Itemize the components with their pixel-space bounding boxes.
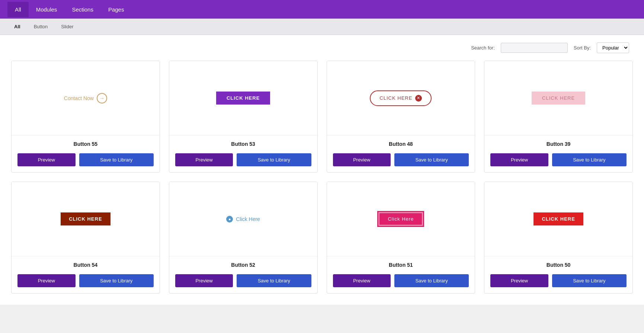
button-text: CLICK HERE xyxy=(379,95,412,101)
preview-button[interactable]: Contact Now → xyxy=(64,93,107,103)
card-item: CLICK HERE ✕ Button 48 Preview Save to L… xyxy=(327,61,475,173)
card-item: Click HereButton 51 Preview Save to Libr… xyxy=(327,182,475,294)
search-input[interactable] xyxy=(501,43,568,53)
preview-button[interactable]: Preview xyxy=(17,153,76,166)
card-item: ● Click Here Button 52 Preview Save to L… xyxy=(169,182,318,294)
sort-select[interactable]: Popular Newest xyxy=(597,42,629,53)
save-to-library-button[interactable]: Save to Library xyxy=(552,274,627,287)
preview-button[interactable]: Preview xyxy=(175,153,233,166)
card-info: Button 39 xyxy=(484,135,632,150)
search-label: Search for: xyxy=(471,45,495,51)
card-item: Contact Now → Button 55 Preview Save to … xyxy=(11,61,160,173)
search-bar: Search for: Sort By: Popular Newest xyxy=(0,35,644,61)
card-title: Button 53 xyxy=(231,141,255,147)
preview-button[interactable]: CLICK HERE xyxy=(216,92,270,105)
card-preview-area: CLICK HERE ✕ xyxy=(327,61,475,135)
card-actions: Preview Save to Library xyxy=(12,150,160,172)
card-preview-area: Click Here xyxy=(327,182,475,256)
card-grid: Contact Now → Button 55 Preview Save to … xyxy=(0,61,644,305)
card-item: CLICK HEREButton 50 Preview Save to Libr… xyxy=(484,182,633,294)
card-title: Button 50 xyxy=(547,262,571,268)
card-info: Button 52 xyxy=(169,256,317,270)
card-actions: Preview Save to Library xyxy=(12,270,160,293)
card-preview-area: CLICK HERE xyxy=(484,182,632,256)
preview-button[interactable]: ● Click Here xyxy=(226,216,260,222)
arrow-circle-icon: → xyxy=(97,93,107,103)
sub-item-button[interactable]: Button xyxy=(27,20,55,33)
preview-button[interactable]: Preview xyxy=(490,274,548,287)
preview-button[interactable]: Preview xyxy=(490,153,548,166)
save-to-library-button[interactable]: Save to Library xyxy=(552,153,627,166)
preview-button[interactable]: Preview xyxy=(333,153,391,166)
card-title: Button 48 xyxy=(389,141,413,147)
dot-icon: ✕ xyxy=(415,95,422,102)
card-title: Button 39 xyxy=(547,141,571,147)
nav-item-pages[interactable]: Pages xyxy=(101,2,132,17)
preview-button[interactable]: Click Here xyxy=(378,212,423,226)
top-navigation: All Modules Sections Pages xyxy=(0,0,644,19)
card-item: CLICK HEREButton 53 Preview Save to Libr… xyxy=(169,61,318,173)
save-to-library-button[interactable]: Save to Library xyxy=(79,274,154,287)
card-info: Button 55 xyxy=(12,135,160,150)
card-item: CLICK HEREButton 39 Preview Save to Libr… xyxy=(484,61,633,173)
card-title: Button 54 xyxy=(74,262,98,268)
card-actions: Preview Save to Library xyxy=(169,270,317,293)
card-preview-area: CLICK HERE xyxy=(169,61,317,135)
card-actions: Preview Save to Library xyxy=(484,150,632,172)
sub-item-all[interactable]: All xyxy=(7,20,27,33)
save-to-library-button[interactable]: Save to Library xyxy=(394,274,469,287)
card-actions: Preview Save to Library xyxy=(484,270,632,293)
sort-label: Sort By: xyxy=(574,45,591,51)
card-item: CLICK HEREButton 54 Preview Save to Libr… xyxy=(11,182,160,294)
preview-button[interactable]: CLICK HERE xyxy=(61,212,110,225)
card-info: Button 50 xyxy=(484,256,632,270)
nav-item-sections[interactable]: Sections xyxy=(64,2,101,17)
sub-item-slider[interactable]: Slider xyxy=(54,20,80,33)
card-info: Button 51 xyxy=(327,256,475,270)
card-preview-area: CLICK HERE xyxy=(484,61,632,135)
card-title: Button 51 xyxy=(389,262,413,268)
button-text: Click Here xyxy=(236,216,260,222)
save-to-library-button[interactable]: Save to Library xyxy=(237,274,311,287)
sub-navigation: All Button Slider xyxy=(0,19,644,35)
contact-now-text: Contact Now xyxy=(64,95,94,101)
card-preview-area: ● Click Here xyxy=(169,182,317,256)
card-actions: Preview Save to Library xyxy=(327,150,475,172)
save-to-library-button[interactable]: Save to Library xyxy=(237,153,311,166)
preview-button[interactable]: CLICK HERE ✕ xyxy=(370,90,432,106)
preview-button[interactable]: Preview xyxy=(17,274,76,287)
preview-button[interactable]: Preview xyxy=(333,274,391,287)
card-preview-area: CLICK HERE xyxy=(12,182,160,256)
save-to-library-button[interactable]: Save to Library xyxy=(394,153,469,166)
card-info: Button 54 xyxy=(12,256,160,270)
card-info: Button 48 xyxy=(327,135,475,150)
card-actions: Preview Save to Library xyxy=(327,270,475,293)
save-to-library-button[interactable]: Save to Library xyxy=(79,153,154,166)
preview-button[interactable]: CLICK HERE xyxy=(532,92,585,105)
circle-dot-icon: ● xyxy=(226,216,233,222)
nav-item-all[interactable]: All xyxy=(7,2,29,17)
nav-item-modules[interactable]: Modules xyxy=(29,2,65,17)
card-info: Button 53 xyxy=(169,135,317,150)
card-preview-area: Contact Now → xyxy=(12,61,160,135)
card-title: Button 55 xyxy=(74,141,98,147)
preview-button[interactable]: CLICK HERE xyxy=(534,212,583,225)
card-title: Button 52 xyxy=(231,262,255,268)
preview-button[interactable]: Preview xyxy=(175,274,233,287)
card-actions: Preview Save to Library xyxy=(169,150,317,172)
